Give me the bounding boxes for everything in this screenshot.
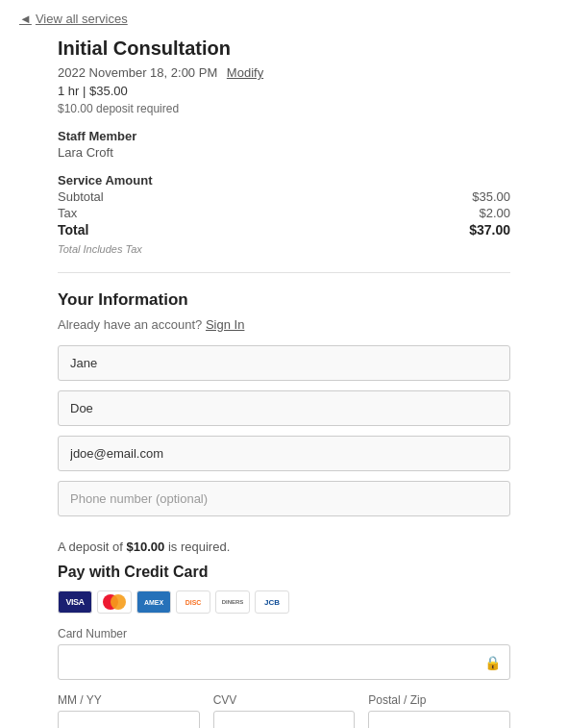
visa-icon: VISA [58, 590, 92, 614]
postal-field: Postal / Zip [368, 693, 510, 728]
tax-value: $2.00 [479, 206, 510, 220]
email-input[interactable] [58, 436, 510, 471]
deposit-prefix: A deposit of [58, 540, 127, 554]
pay-heading: Pay with Credit Card [58, 564, 510, 581]
last-name-input[interactable] [58, 390, 510, 426]
duration-separator: | [83, 84, 89, 98]
mastercard-icon [97, 590, 132, 614]
total-value: $37.00 [469, 222, 510, 238]
postal-input[interactable] [368, 711, 510, 728]
total-row: Total $37.00 [58, 222, 510, 238]
tax-label: Tax [58, 206, 77, 220]
your-info-heading: Your Information [58, 290, 510, 310]
duration-text: 1 hr [58, 84, 79, 98]
deposit-required: A deposit of $10.00 is required. [58, 540, 510, 554]
total-label: Total [58, 222, 88, 238]
cvv-label: CVV [213, 693, 356, 707]
dinersclub-icon: DINERS [215, 590, 250, 614]
amounts-label: Service Amount [58, 173, 510, 188]
lock-icon: 🔒 [484, 655, 501, 670]
deposit-amount: $10.00 [127, 540, 165, 554]
service-date: 2022 November 18, 2:00 PM Modify [58, 65, 510, 80]
card-details-row: MM / YY CVV Postal / Zip [58, 693, 510, 728]
service-price: $35.00 [89, 84, 128, 98]
amex-icon: AMEX [136, 590, 171, 614]
subtotal-row: Subtotal $35.00 [58, 189, 510, 204]
card-number-input[interactable] [58, 644, 510, 680]
staff-name: Lara Croft [58, 145, 510, 160]
discover-icon: DISC [176, 590, 210, 614]
card-number-wrapper: 🔒 [58, 644, 510, 680]
phone-input[interactable] [58, 481, 510, 516]
back-arrow-icon: ◄ [19, 12, 32, 26]
postal-label: Postal / Zip [368, 693, 510, 707]
subtotal-value: $35.00 [472, 189, 510, 204]
card-icons: VISA AMEX DISC DINERS JCB [58, 590, 510, 614]
tax-note: Total Includes Tax [58, 243, 510, 255]
card-number-label: Card Number [58, 627, 510, 640]
modify-link[interactable]: Modify [227, 65, 263, 80]
staff-label: Staff Member [58, 129, 510, 143]
expiry-field: MM / YY [58, 693, 200, 728]
cvv-field: CVV [213, 693, 356, 728]
expiry-input[interactable] [58, 711, 200, 728]
deposit-note: $10.00 deposit required [58, 102, 510, 115]
back-link[interactable]: ◄ View all services [0, 0, 568, 38]
cvv-input[interactable] [213, 711, 356, 728]
service-title: Initial Consultation [58, 38, 510, 60]
subtotal-label: Subtotal [58, 189, 104, 204]
account-prompt-text: Already have an account? [58, 317, 202, 332]
main-content: Initial Consultation 2022 November 18, 2… [0, 38, 568, 728]
amounts-section: Subtotal $35.00 Tax $2.00 Total $37.00 [58, 189, 510, 238]
tax-row: Tax $2.00 [58, 206, 510, 220]
deposit-suffix: is required. [164, 540, 230, 554]
first-name-input[interactable] [58, 345, 510, 381]
account-prompt: Already have an account? Sign In [58, 317, 510, 332]
divider-1 [58, 272, 510, 273]
service-duration: 1 hr | $35.00 [58, 84, 510, 98]
jcb-icon: JCB [255, 590, 289, 614]
sign-in-link[interactable]: Sign In [206, 317, 244, 332]
back-link-label: View all services [36, 12, 128, 26]
service-date-text: 2022 November 18, 2:00 PM [58, 65, 217, 80]
expiry-label: MM / YY [58, 693, 200, 707]
